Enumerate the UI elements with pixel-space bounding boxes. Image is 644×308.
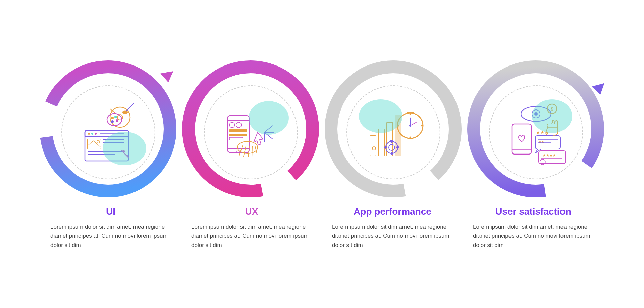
svg-rect-38 — [229, 122, 235, 128]
circle-ux — [204, 85, 298, 179]
label-app-performance: App performance Lorem ipsum dolor sit di… — [325, 206, 460, 250]
svg-point-77 — [372, 147, 376, 150]
title-user-satisfaction: User satisfaction — [473, 206, 594, 217]
desc-ui: Lorem ipsum dolor sit dim amet, mea regi… — [50, 222, 171, 250]
svg-point-18 — [88, 133, 90, 135]
svg-line-9 — [127, 104, 133, 111]
svg-point-64 — [409, 125, 411, 127]
svg-rect-55 — [378, 129, 384, 156]
svg-text:★★★★: ★★★★ — [543, 153, 556, 157]
svg-marker-1 — [159, 66, 176, 82]
svg-rect-73 — [384, 146, 387, 148]
labels-row: UI Lorem ipsum dolor sit dim amet, mea r… — [20, 206, 624, 250]
svg-rect-39 — [236, 122, 241, 128]
svg-point-13 — [114, 116, 117, 118]
svg-rect-41 — [229, 134, 247, 136]
infographic: $ ★★★ — [20, 58, 624, 250]
svg-rect-54 — [370, 136, 376, 156]
circle-app-performance — [346, 85, 440, 179]
circle-user-satisfaction: $ ★★★ — [489, 85, 583, 179]
svg-rect-93 — [539, 151, 566, 164]
svg-line-63 — [410, 122, 416, 126]
label-ux: UX Lorem ipsum dolor sit dim amet, mea r… — [184, 206, 319, 250]
svg-line-52 — [253, 146, 253, 157]
desc-app-performance: Lorem ipsum dolor sit dim amet, mea regi… — [332, 222, 453, 250]
circle-ui — [61, 85, 155, 179]
svg-line-23 — [88, 141, 93, 146]
svg-line-50 — [244, 146, 246, 157]
label-ui: UI Lorem ipsum dolor sit dim amet, mea r… — [44, 206, 178, 250]
svg-point-20 — [95, 133, 97, 135]
title-app-performance: App performance — [332, 206, 453, 217]
svg-marker-5 — [591, 78, 607, 95]
desc-user-satisfaction: Lorem ipsum dolor sit dim amet, mea regi… — [473, 222, 594, 250]
svg-rect-42 — [229, 137, 243, 140]
svg-point-10 — [122, 111, 128, 114]
svg-point-12 — [111, 117, 114, 119]
svg-point-66 — [421, 125, 423, 126]
svg-rect-74 — [396, 146, 399, 148]
svg-point-15 — [111, 120, 114, 123]
desc-ux: Lorem ipsum dolor sit dim amet, mea regi… — [191, 222, 312, 250]
svg-point-25 — [97, 140, 100, 143]
label-user-satisfaction: User satisfaction Lorem ipsum dolor sit … — [466, 206, 600, 250]
svg-rect-72 — [391, 152, 393, 155]
svg-rect-40 — [229, 129, 247, 132]
title-ux: UX — [191, 206, 312, 217]
title-ui: UI — [50, 206, 171, 217]
svg-point-19 — [91, 133, 93, 135]
svg-point-67 — [409, 136, 411, 138]
svg-point-70 — [389, 144, 395, 150]
svg-point-65 — [409, 113, 411, 115]
svg-point-14 — [116, 119, 118, 122]
